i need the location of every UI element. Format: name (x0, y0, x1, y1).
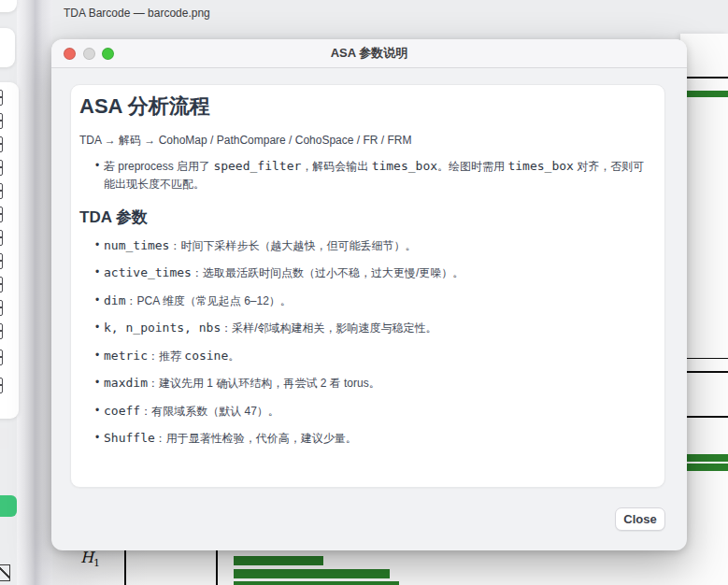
card-subheading: TDA 参数 (79, 207, 653, 228)
sidebar-item-icon[interactable] (0, 90, 3, 106)
param-item: Shuffle：用于显著性检验，代价高，建议少量。 (104, 429, 653, 448)
plot-frame-line (680, 358, 728, 359)
window-edge-strip (17, 0, 52, 585)
sidebar-item-icon[interactable] (0, 300, 3, 316)
param-item: metric：推荐 cosine。 (104, 347, 653, 365)
barcode-bar (680, 464, 728, 471)
sidebar-item-icon[interactable] (0, 207, 3, 222)
sidebar-card (0, 28, 15, 67)
sidebar-item-icon[interactable] (0, 277, 3, 292)
sidebar-item-icon[interactable] (0, 253, 3, 269)
sidebar-green-button[interactable] (0, 495, 17, 517)
card-heading: ASA 分析流程 (79, 93, 653, 121)
sidebar-item-icon[interactable] (0, 160, 3, 176)
param-item: num_times：时间下采样步长（越大越快，但可能丢细节）。 (104, 236, 653, 255)
close-button[interactable]: Close (615, 507, 665, 531)
sidebar-item-icon[interactable] (0, 230, 3, 246)
note-item: 若 preprocess 启用了 speed_filter，解码会输出 time… (104, 157, 653, 193)
sidebar-card-top (0, 0, 17, 12)
corner-tool-icon[interactable] (0, 564, 10, 581)
sidebar-item-highlight (0, 428, 9, 449)
param-item: dim：PCA 维度（常见起点 6–12）。 (104, 292, 653, 310)
plot-frame-line (680, 371, 728, 373)
barcode-plot-bottom-fragment (54, 546, 728, 585)
barcode-bar (234, 569, 390, 578)
asa-help-dialog: ASA 参数说明 ASA 分析流程 TDA → 解码 → CohoMap / P… (51, 39, 687, 550)
param-item: coeff：有限域系数（默认 47）。 (104, 402, 653, 421)
sidebar-panel (0, 82, 19, 419)
help-card: ASA 分析流程 TDA → 解码 → CohoMap / PathCompar… (70, 84, 665, 488)
plot-axis-line (216, 549, 218, 585)
plot-frame-line (680, 77, 728, 78)
sidebar-item-icon[interactable] (0, 323, 3, 339)
sidebar-item-icon[interactable] (0, 183, 3, 199)
sidebar-item-icon[interactable] (0, 350, 3, 365)
barcode-bar (234, 581, 399, 585)
param-list: num_times：时间下采样步长（越大越快，但可能丢细节）。active_ti… (79, 236, 653, 448)
plot-frame-line (680, 416, 728, 418)
plot-axis-line (124, 550, 126, 585)
param-item: k, n_points, nbs：采样/邻域构建相关，影响速度与稳定性。 (104, 319, 653, 337)
param-item: active_times：选取最活跃时间点数（过小不稳，过大更慢/更噪）。 (104, 264, 653, 282)
axis-label-h1: H1 (80, 549, 100, 569)
dialog-title: ASA 参数说明 (51, 39, 687, 67)
background-window-title: TDA Barcode — barcode.png (64, 7, 210, 20)
sidebar-item-icon[interactable] (0, 136, 3, 152)
param-item: maxdim：建议先用 1 确认环结构，再尝试 2 看 torus。 (104, 374, 653, 392)
barcode-bar (680, 454, 728, 462)
barcode-plot-right-fragment (680, 34, 728, 572)
barcode-bar (234, 556, 323, 565)
sidebar-item-icon[interactable] (0, 378, 3, 393)
note-list: 若 preprocess 启用了 speed_filter，解码会输出 time… (79, 157, 653, 193)
pipeline-flow-line: TDA → 解码 → CohoMap / PathCompare / CohoS… (79, 133, 653, 149)
dialog-titlebar[interactable]: ASA 参数说明 (51, 39, 687, 68)
barcode-bar (680, 91, 728, 97)
sidebar-item-icon[interactable] (0, 113, 3, 129)
